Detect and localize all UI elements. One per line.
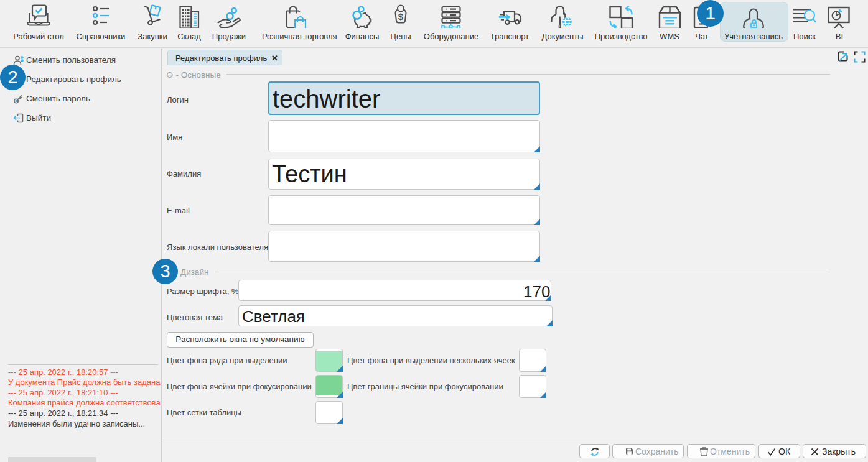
svg-text:$: $ — [398, 11, 404, 22]
